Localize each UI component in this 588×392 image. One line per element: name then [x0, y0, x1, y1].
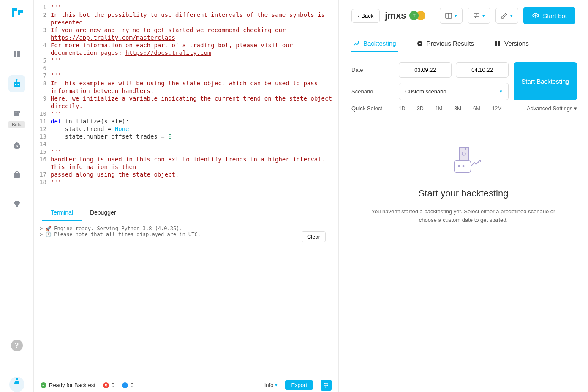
svg-rect-1 — [17, 51, 20, 54]
error-count: 0 — [112, 382, 114, 388]
svg-rect-0 — [14, 51, 16, 54]
quick-select-option[interactable]: 12M — [492, 106, 502, 112]
sidebar-item-portfolio[interactable] — [8, 166, 25, 183]
grid-icon — [13, 50, 21, 58]
empty-illustration — [442, 144, 485, 178]
svg-rect-10 — [14, 173, 20, 178]
quick-select-option[interactable]: 1M — [436, 106, 443, 112]
chevron-down-icon: ▾ — [455, 13, 457, 19]
code-line: 2In this bot the possibility to use diff… — [34, 11, 338, 26]
cloud-upload-icon — [532, 12, 539, 19]
scenario-select[interactable]: Custom scenario ▾ — [399, 83, 509, 100]
chevron-left-icon: ‹ — [358, 13, 359, 19]
start-bot-button[interactable]: Start bot — [523, 7, 575, 24]
code-line: 5''' — [34, 57, 338, 64]
help-button[interactable]: ? — [11, 340, 23, 351]
advanced-settings-toggle[interactable]: Advanced Settings ▾ — [527, 105, 577, 112]
edit-dropdown[interactable]: ▾ — [495, 8, 518, 24]
layout-dropdown[interactable]: ▾ — [440, 8, 463, 24]
svg-rect-20 — [495, 41, 497, 46]
user-icon — [13, 376, 21, 384]
tab-terminal[interactable]: Terminal — [42, 204, 82, 221]
status-ready: ✓ Ready for Backtest — [41, 382, 95, 388]
back-button[interactable]: ‹ Back — [351, 9, 380, 23]
terminal-line: Please note that all times displayed are… — [54, 231, 201, 237]
code-editor[interactable]: 1'''2In this bot the possibility to use … — [34, 0, 338, 204]
code-line: 9Here, we initialize a variable indicati… — [34, 95, 338, 110]
settings-icon-button[interactable] — [321, 380, 332, 391]
app-logo[interactable] — [10, 7, 24, 20]
bot-title: jmxs T — [385, 10, 435, 21]
empty-title: Start your backtesting — [419, 188, 509, 199]
quick-select-option[interactable]: 1D — [399, 106, 405, 112]
status-text: Ready for Backtest — [49, 382, 95, 388]
svg-point-11 — [16, 378, 18, 380]
start-backtesting-button[interactable]: Start Backtesting — [514, 62, 577, 100]
chevron-down-icon: ▾ — [275, 382, 278, 388]
info-icon: ! — [122, 382, 128, 388]
status-errors[interactable]: ✕ 0 — [103, 382, 114, 388]
chart-icon — [353, 40, 360, 47]
tab-previous-results[interactable]: Previous Results — [415, 35, 476, 52]
svg-text:$: $ — [16, 144, 18, 148]
check-icon: ✓ — [41, 382, 46, 388]
layout-icon — [445, 12, 452, 19]
empty-state: Start your backtesting You haven't start… — [351, 144, 575, 224]
terminal-tabs: Terminal Debugger — [34, 204, 338, 221]
money-bag-icon: $ — [13, 141, 21, 150]
error-icon: ✕ — [103, 382, 109, 388]
help-dropdown[interactable]: ? ▾ — [468, 8, 490, 24]
pencil-icon — [501, 12, 508, 19]
chevron-down-icon: ▾ — [510, 13, 513, 19]
svg-point-12 — [324, 383, 326, 384]
sidebar-item-bots[interactable] — [8, 75, 25, 92]
export-button[interactable]: Export — [285, 380, 313, 390]
quick-select-row: 1D3D1M3M6M12M — [399, 106, 509, 112]
code-line: 4For more information on each part of a … — [34, 41, 338, 57]
date-label: Date — [351, 67, 394, 73]
chevron-down-icon: ▾ — [482, 13, 485, 19]
status-warnings[interactable]: ! 0 — [122, 382, 133, 388]
beta-badge: Beta — [8, 121, 25, 128]
code-line: 14 — [34, 140, 338, 148]
terminal-output: >🚀Engine ready. Serving Python 3.8 (4.0.… — [34, 221, 338, 378]
info-dropdown[interactable]: Info ▾ — [264, 382, 278, 388]
quick-select-option[interactable]: 3M — [454, 106, 461, 112]
rocket-icon: 🚀 — [45, 226, 52, 231]
status-bar: ✓ Ready for Backtest ✕ 0 ! 0 Info ▾ Expo… — [34, 378, 338, 392]
user-avatar[interactable] — [9, 377, 24, 392]
chat-icon: ? — [473, 12, 480, 19]
sidebar-item-marketplace[interactable] — [8, 105, 25, 122]
chevron-down-icon: ▾ — [500, 89, 502, 94]
backtest-form: Date Start Backtesting Scenario Custom s… — [351, 62, 575, 112]
svg-point-13 — [327, 384, 328, 386]
code-line: 6 — [34, 64, 338, 72]
warning-count: 0 — [131, 382, 133, 388]
svg-rect-4 — [14, 82, 20, 87]
sidebar-item-competitions[interactable] — [8, 196, 25, 213]
quick-select-option[interactable]: 3D — [417, 106, 423, 112]
sidebar-item-dashboard[interactable] — [8, 46, 25, 63]
editor-column: 1'''2In this bot the possibility to use … — [34, 0, 339, 392]
quick-select-label: Quick Select — [351, 105, 394, 112]
quick-select-option[interactable]: 6M — [473, 106, 480, 112]
code-line: 7''' — [34, 72, 338, 79]
trophy-icon — [13, 200, 21, 209]
tab-debugger[interactable]: Debugger — [82, 204, 125, 221]
versions-icon — [494, 40, 501, 47]
robot-icon — [12, 79, 22, 88]
svg-point-8 — [16, 79, 17, 81]
clear-terminal-button[interactable]: Clear — [302, 231, 326, 242]
svg-rect-21 — [498, 41, 500, 46]
sidebar-item-wallet[interactable]: $ — [8, 137, 25, 154]
sidebar: Beta $ ? — [0, 0, 34, 392]
sliders-icon — [323, 382, 329, 388]
tab-versions[interactable]: Versions — [493, 35, 531, 52]
svg-point-19 — [419, 43, 421, 44]
date-to-input[interactable] — [456, 62, 509, 78]
date-from-input[interactable] — [399, 62, 452, 78]
divider — [351, 122, 575, 123]
store-icon — [13, 109, 21, 117]
scenario-label: Scenario — [351, 88, 394, 95]
tab-backtesting[interactable]: Backtesting — [351, 35, 398, 52]
